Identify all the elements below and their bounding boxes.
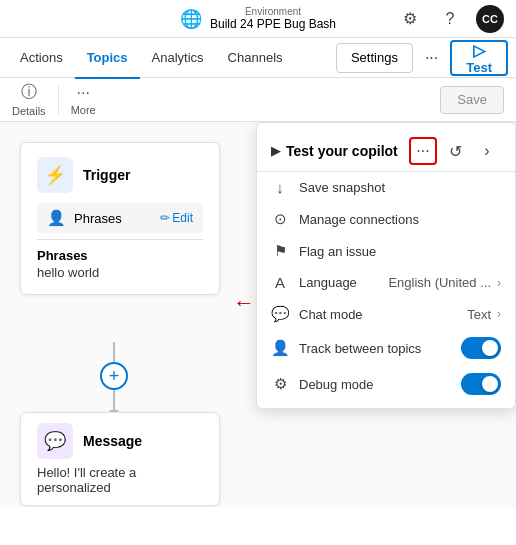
add-node-button[interactable]: + xyxy=(100,362,128,390)
nav-more-button[interactable]: ··· xyxy=(419,45,444,71)
menu-item-chat-mode[interactable]: 💬 Chat mode Text › xyxy=(257,298,515,330)
dropdown-more-btn[interactable]: ··· xyxy=(409,137,437,165)
top-bar: 🌐 Environment Build 24 PPE Bug Bash ⚙ ? … xyxy=(0,0,516,38)
toolbar-separator xyxy=(58,86,59,114)
connector-top xyxy=(113,342,115,362)
language-icon: A xyxy=(271,274,289,291)
nav-item-channels[interactable]: Channels xyxy=(216,39,295,79)
help-icon-btn[interactable]: ? xyxy=(436,5,464,33)
debug-mode-icon: ⚙ xyxy=(271,375,289,393)
debug-mode-label: Debug mode xyxy=(299,377,451,392)
canvas-area: ⚡ Trigger 👤 Phrases ✏ Edit Phrases hello… xyxy=(0,122,516,507)
chat-mode-right: Text › xyxy=(467,307,501,322)
environment-info: Environment Build 24 PPE Bug Bash xyxy=(210,6,336,31)
message-text: Hello! I'll create a personalized xyxy=(37,465,203,495)
phrases-icon: 👤 xyxy=(47,209,66,227)
phrases-value: hello world xyxy=(37,265,203,280)
details-toolbar-item[interactable]: ⓘ Details xyxy=(12,82,46,117)
nav-right: Settings ··· ▷ Test xyxy=(336,40,508,76)
connector-bottom xyxy=(113,390,115,410)
message-card: 💬 Message Hello! I'll create a personali… xyxy=(20,412,220,506)
phrases-label: Phrases xyxy=(74,211,122,226)
track-topics-label: Track between topics xyxy=(299,341,451,356)
phrases-text-label: Phrases xyxy=(37,248,203,263)
menu-item-flag-issue[interactable]: ⚑ Flag an issue xyxy=(257,235,515,267)
settings-icon-btn[interactable]: ⚙ xyxy=(396,5,424,33)
toolbar: ⓘ Details ··· More Save xyxy=(0,78,516,122)
dropdown-panel: ▶ Test your copilot ··· ↺ › ↓ Save snaps… xyxy=(256,122,516,409)
trigger-icon: ⚡ xyxy=(37,157,73,193)
save-snapshot-icon: ↓ xyxy=(271,179,289,196)
message-header: 💬 Message xyxy=(37,423,203,459)
manage-connections-icon: ⊙ xyxy=(271,210,289,228)
message-icon: 💬 xyxy=(37,423,73,459)
test-button[interactable]: ▷ Test xyxy=(450,40,508,76)
trigger-header: ⚡ Trigger xyxy=(37,157,203,193)
dropdown-refresh-btn[interactable]: ↺ xyxy=(441,137,469,165)
more-icon: ··· xyxy=(76,84,89,102)
toggle-row-debug-mode: ⚙ Debug mode xyxy=(257,366,515,402)
message-title: Message xyxy=(83,433,142,449)
environment-icon: 🌐 xyxy=(180,8,202,30)
language-left: A Language xyxy=(271,274,357,291)
toggle-row-track-topics: 👤 Track between topics xyxy=(257,330,515,366)
pencil-icon: ✏ xyxy=(160,211,170,225)
dropdown-expand-btn[interactable]: › xyxy=(473,137,501,165)
avatar-btn[interactable]: CC xyxy=(476,5,504,33)
flag-issue-icon: ⚑ xyxy=(271,242,289,260)
nav-item-analytics[interactable]: Analytics xyxy=(140,39,216,79)
language-arrow-icon: › xyxy=(497,276,501,290)
dropdown-title: ▶ Test your copilot xyxy=(271,143,398,159)
toggle-knob xyxy=(482,340,498,356)
dropdown-title-arrow: ▶ xyxy=(271,144,280,158)
save-button[interactable]: Save xyxy=(440,86,504,114)
phrases-text-section: Phrases hello world xyxy=(37,239,203,284)
track-topics-toggle[interactable] xyxy=(461,337,501,359)
env-label: Environment xyxy=(245,6,301,17)
language-right: English (United ... › xyxy=(388,275,501,290)
chat-mode-arrow-icon: › xyxy=(497,307,501,321)
trigger-title: Trigger xyxy=(83,167,130,183)
add-button-wrap: + xyxy=(100,342,128,417)
menu-item-manage-connections[interactable]: ⊙ Manage connections xyxy=(257,203,515,235)
red-arrow-indicator: ← xyxy=(233,290,255,316)
phrases-row: 👤 Phrases ✏ Edit xyxy=(37,203,203,233)
env-name: Build 24 PPE Bug Bash xyxy=(210,17,336,31)
menu-item-save-snapshot[interactable]: ↓ Save snapshot xyxy=(257,172,515,203)
details-icon: ⓘ xyxy=(21,82,37,103)
edit-link[interactable]: ✏ Edit xyxy=(160,211,193,225)
chat-mode-icon: 💬 xyxy=(271,305,289,323)
trigger-card: ⚡ Trigger 👤 Phrases ✏ Edit Phrases hello… xyxy=(20,142,220,295)
dropdown-header-icons: ··· ↺ › xyxy=(409,137,501,165)
nav-item-topics[interactable]: Topics xyxy=(75,39,140,79)
nav-item-actions[interactable]: Actions xyxy=(8,39,75,79)
dropdown-header: ▶ Test your copilot ··· ↺ › xyxy=(257,129,515,172)
debug-mode-toggle[interactable] xyxy=(461,373,501,395)
track-topics-icon: 👤 xyxy=(271,339,289,357)
more-toolbar-item[interactable]: ··· More xyxy=(71,84,96,116)
settings-button[interactable]: Settings xyxy=(336,43,413,73)
nav-bar: Actions Topics Analytics Channels Settin… xyxy=(0,38,516,78)
top-bar-actions: ⚙ ? CC xyxy=(396,5,504,33)
toggle-knob-debug xyxy=(482,376,498,392)
test-icon: ▷ xyxy=(473,41,485,60)
menu-item-language[interactable]: A Language English (United ... › xyxy=(257,267,515,298)
chat-mode-left: 💬 Chat mode xyxy=(271,305,363,323)
